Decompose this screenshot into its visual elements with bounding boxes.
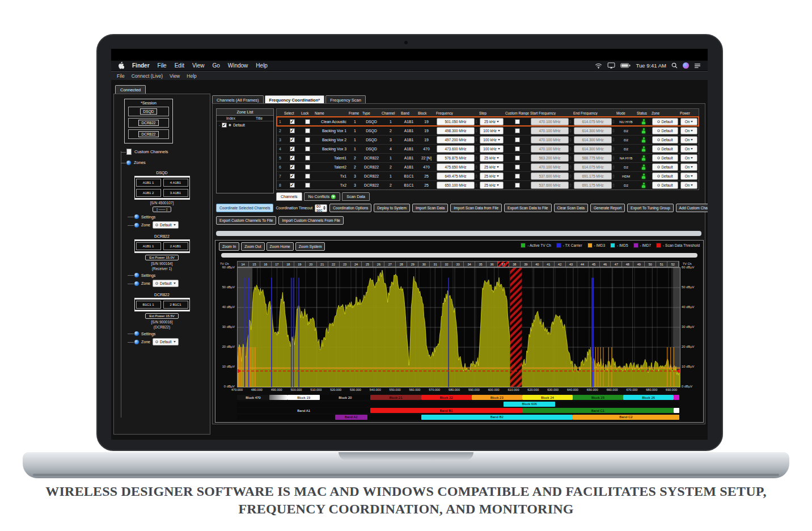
session-box[interactable]: *Session DSQD DCR822 DCR822 bbox=[124, 99, 173, 144]
sidebar-item-custom-channels[interactable]: Custom Channels bbox=[126, 149, 210, 155]
end-frequency-input[interactable]: 614.075 MHz bbox=[574, 118, 612, 125]
dsqd-front-panel[interactable]: A1B1 1 4 A1B1 A1B1 2 3 A1B1 bbox=[134, 176, 190, 200]
power-select[interactable]: On bbox=[680, 118, 697, 125]
tab-no-conflicts[interactable]: No Conflicts▼ bbox=[304, 192, 341, 201]
spinner-icon[interactable] bbox=[475, 156, 477, 160]
dcr822-2-ch1[interactable]: B1C1 1 bbox=[136, 301, 161, 309]
step-select[interactable]: 25 kHz bbox=[480, 118, 504, 125]
app-menu-connect-live-[interactable]: Connect (Live) bbox=[132, 73, 163, 79]
end-frequency-input[interactable]: 614.300 MHz bbox=[574, 145, 612, 153]
start-frequency-input[interactable]: 537.600 MHz bbox=[531, 172, 569, 180]
spinner-icon[interactable] bbox=[475, 147, 477, 151]
dsqd-name-field[interactable]: [ —— ] bbox=[153, 206, 171, 212]
end-frequency-input[interactable]: 614.300 MHz bbox=[574, 127, 612, 134]
frequency-input[interactable]: 497.200 MHz bbox=[437, 136, 475, 144]
spinner-icon[interactable] bbox=[569, 174, 572, 178]
coordination-options-button[interactable]: Coordination Options bbox=[329, 204, 371, 212]
select-checkbox[interactable]: ✓ bbox=[290, 146, 295, 151]
session-device-dcr822-2[interactable]: DCR822 bbox=[138, 131, 159, 137]
spotlight-search-icon[interactable] bbox=[671, 62, 678, 69]
spinner-icon[interactable] bbox=[612, 174, 615, 178]
session-device-dcr822-1[interactable]: DCR822 bbox=[138, 120, 159, 126]
end-frequency-input[interactable]: 691.175 MHz bbox=[574, 182, 612, 189]
export-custom-channels-to-file-button[interactable]: Export Custom Channels To File bbox=[216, 216, 276, 225]
lock-checkbox[interactable] bbox=[305, 128, 310, 133]
generate-report-button[interactable]: Generate Report bbox=[590, 204, 625, 212]
dcr822-1-ch2[interactable]: 2 A1B1 bbox=[163, 242, 188, 250]
dcr822-2-settings[interactable]: Settings bbox=[134, 331, 210, 336]
import-scan-data-button[interactable]: Import Scan Data bbox=[412, 204, 448, 212]
start-frequency-input[interactable]: 470.100 MHz bbox=[531, 136, 569, 144]
frequency-input[interactable]: 650.100 MHz bbox=[437, 182, 475, 189]
frequency-input[interactable]: 475.650 MHz bbox=[437, 163, 475, 171]
spinner-icon[interactable] bbox=[612, 129, 615, 133]
mac-menu-go[interactable]: Go bbox=[212, 62, 219, 69]
zone-select[interactable]: Default bbox=[652, 172, 678, 180]
tab-scan-data[interactable]: Scan Data bbox=[342, 192, 370, 201]
start-frequency-input[interactable]: 537.600 MHz bbox=[531, 182, 569, 189]
end-frequency-input[interactable]: 614.300 MHz bbox=[574, 136, 612, 144]
lock-checkbox[interactable] bbox=[305, 183, 310, 188]
start-frequency-input[interactable]: 470.100 MHz bbox=[531, 118, 569, 125]
spinner-icon[interactable] bbox=[475, 129, 477, 133]
step-select[interactable]: 100 kHz bbox=[480, 127, 504, 134]
app-menu-view[interactable]: View bbox=[170, 73, 180, 79]
spinner-icon[interactable] bbox=[475, 174, 477, 178]
export-to-tuning-group-button[interactable]: Export To Tuning Group bbox=[627, 204, 674, 212]
menubar-clock[interactable]: Tue 9:41 AM bbox=[636, 62, 666, 69]
mac-menu-edit[interactable]: Edit bbox=[175, 62, 184, 69]
custom-range-checkbox[interactable] bbox=[515, 183, 520, 188]
custom-range-checkbox[interactable] bbox=[515, 165, 520, 170]
step-select[interactable]: 25 kHz bbox=[480, 163, 504, 171]
spinner-icon[interactable] bbox=[612, 165, 615, 169]
channel-row-3[interactable]: 3✓Backing Vox 21DSQD3A1B119497.200 MHz10… bbox=[277, 135, 699, 144]
zone-select[interactable]: Default bbox=[652, 136, 678, 144]
select-checkbox[interactable]: ✓ bbox=[290, 128, 295, 133]
siri-icon[interactable] bbox=[683, 62, 689, 69]
dsqd-ch1[interactable]: A1B1 1 bbox=[136, 179, 161, 187]
lock-checkbox[interactable] bbox=[305, 137, 310, 142]
zone-dropdown[interactable]: Default bbox=[153, 280, 179, 287]
export-scan-data-to-file-button[interactable]: Export Scan Data to File bbox=[504, 204, 551, 212]
mac-menu-view[interactable]: View bbox=[192, 62, 205, 69]
channel-row-7[interactable]: 7✓Tx13DCR8221B1C125649.475 MHz25 kHz537.… bbox=[277, 171, 699, 180]
zoom-in-button[interactable]: Zoom In bbox=[219, 242, 239, 251]
step-select[interactable]: 25 kHz bbox=[480, 182, 504, 189]
custom-range-checkbox[interactable] bbox=[515, 174, 520, 179]
start-frequency-input[interactable]: 563.200 MHz bbox=[531, 154, 569, 162]
custom-range-checkbox[interactable] bbox=[515, 137, 520, 142]
dcr822-1-settings[interactable]: Settings bbox=[134, 273, 210, 277]
coordination-timeout-spinner[interactable]: 60 sec bbox=[315, 204, 327, 212]
mac-menu-help[interactable]: Help bbox=[256, 62, 268, 69]
channel-row-2[interactable]: 2✓Backing Vox 11DSQD2A1B119498.300 MHz10… bbox=[277, 126, 699, 135]
custom-range-checkbox[interactable] bbox=[515, 146, 520, 151]
spinner-icon[interactable] bbox=[569, 183, 572, 187]
start-frequency-input[interactable]: 470.100 MHz bbox=[531, 145, 569, 153]
zone-select[interactable]: Default bbox=[652, 154, 678, 162]
mac-app-name[interactable]: Finder bbox=[132, 62, 150, 69]
ext-power-button[interactable]: Ext Power 15.0V bbox=[145, 255, 179, 260]
spinner-icon[interactable] bbox=[569, 138, 572, 142]
power-select[interactable]: On bbox=[680, 172, 697, 180]
add-custom-channel-button[interactable]: Add Custom Channel bbox=[676, 204, 708, 212]
power-select[interactable]: On bbox=[680, 182, 697, 189]
dcr822-2-front-panel[interactable]: B1C1 1 2 B1C1 bbox=[134, 298, 190, 311]
frequency-input[interactable]: 501.050 MHz bbox=[437, 118, 475, 125]
zone-select[interactable]: Default bbox=[652, 145, 678, 153]
zone-select[interactable]: Default bbox=[652, 163, 678, 171]
channel-row-1[interactable]: 1✓Clean Acoustic1DSQD1A1B119501.050 MHz2… bbox=[277, 117, 699, 126]
lock-checkbox[interactable] bbox=[305, 146, 310, 151]
power-select[interactable]: On bbox=[680, 136, 697, 144]
coordinate-selected-channels-button[interactable]: Coordinate Selected Channels bbox=[216, 204, 273, 212]
step-select[interactable]: 25 kHz bbox=[480, 172, 504, 180]
spinner-icon[interactable] bbox=[569, 156, 572, 160]
spinner-icon[interactable] bbox=[612, 138, 615, 142]
spinner-icon[interactable] bbox=[475, 183, 477, 187]
channel-row-5[interactable]: 5✓Talent12DCR8221A1B122 [N]576.875 MHz25… bbox=[277, 153, 699, 162]
tab-connected[interactable]: Connected bbox=[115, 85, 146, 94]
clear-scan-data-button[interactable]: Clear Scan Data bbox=[554, 204, 588, 212]
mac-menu-window[interactable]: Window bbox=[228, 62, 248, 69]
zone-select[interactable]: Default bbox=[652, 127, 678, 134]
channel-row-6[interactable]: 6✓Talent22DCR8222A1B1470475.650 MHz25 kH… bbox=[277, 162, 699, 171]
deploy-to-system-button[interactable]: Deploy to System bbox=[374, 204, 410, 212]
